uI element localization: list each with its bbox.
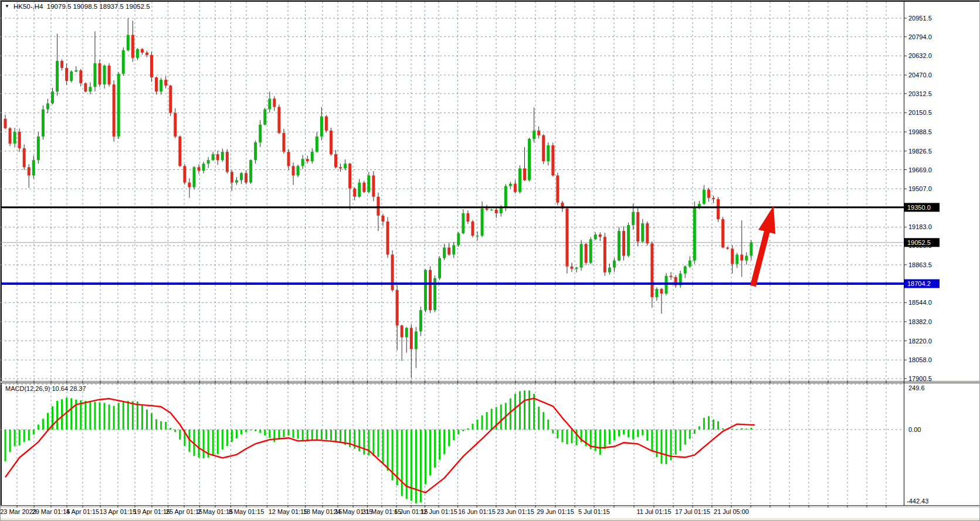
macd-min-label: -442.43: [907, 498, 928, 505]
candle: [230, 172, 233, 182]
candle: [316, 137, 318, 152]
candle: [386, 222, 389, 254]
price-tick-label: 20150.5: [908, 109, 932, 116]
candle: [150, 55, 153, 77]
candle: [325, 117, 328, 131]
candle: [103, 66, 106, 84]
candle: [608, 268, 611, 273]
candle: [212, 154, 215, 160]
candle: [495, 210, 498, 213]
candle: [249, 160, 252, 182]
candle: [415, 331, 418, 349]
candle: [84, 83, 87, 91]
candle: [245, 173, 247, 182]
price-tick-label: 19507.0: [908, 185, 932, 192]
candle: [377, 197, 379, 216]
candle: [740, 254, 743, 260]
candle: [382, 216, 385, 222]
price-tick-label: 20794.0: [908, 33, 932, 40]
price-tick-label: 19988.5: [908, 128, 932, 135]
candle: [334, 154, 337, 167]
candle: [655, 289, 658, 297]
price-tick-label: 18544.0: [908, 299, 932, 306]
candle: [660, 289, 663, 294]
candle: [141, 49, 144, 53]
candle: [330, 131, 333, 154]
candle: [599, 234, 602, 237]
price-tick-label: 18058.0: [908, 356, 932, 363]
candle: [18, 132, 21, 148]
candle: [650, 243, 653, 297]
mt4-chart-window: 20951.520794.020632.020470.020312.520150…: [0, 0, 980, 521]
candle: [254, 142, 257, 160]
candle: [429, 270, 432, 311]
candle: [136, 49, 139, 58]
candle: [9, 128, 12, 144]
candle: [164, 80, 167, 86]
candle: [193, 167, 196, 187]
candle: [589, 239, 592, 263]
candle: [424, 270, 427, 311]
price-tick-label: 19669.0: [908, 166, 932, 173]
candle: [23, 148, 26, 167]
candle: [565, 209, 568, 267]
candle: [297, 166, 300, 175]
candle: [292, 166, 295, 175]
candle: [339, 167, 342, 168]
candle: [221, 152, 224, 160]
candle: [46, 103, 49, 109]
candle: [509, 184, 512, 186]
candle: [721, 219, 724, 247]
date-tick-label: 12 May 01:15: [269, 508, 308, 515]
candle: [547, 145, 550, 161]
candle: [632, 212, 635, 225]
candle: [622, 231, 625, 256]
candle: [585, 244, 588, 263]
candle: [490, 210, 493, 210]
candle: [518, 168, 521, 192]
candle: [155, 77, 158, 91]
date-tick-label: 5 Jul 01:15: [578, 508, 610, 515]
price-tick-label: 19183.0: [908, 223, 932, 230]
candle: [575, 268, 578, 269]
candle: [362, 182, 365, 192]
candle: [556, 175, 559, 202]
candle: [523, 168, 526, 180]
candle: [703, 190, 706, 204]
candle: [646, 223, 649, 243]
candle: [13, 132, 16, 144]
candle: [401, 325, 403, 337]
symbol-dropdown-icon[interactable]: ▼: [5, 4, 9, 9]
candle: [235, 180, 238, 182]
time-axis[interactable]: 23 Mar 202329 Mar 01:154 Apr 01:1513 Apr…: [1, 508, 749, 515]
candle: [287, 152, 290, 166]
candle: [486, 209, 489, 210]
price-tick-label: 18863.5: [908, 261, 932, 268]
resistance-price-badge-label: 19350.0: [907, 204, 931, 211]
candle: [707, 190, 710, 198]
candle: [51, 91, 54, 103]
candle: [476, 236, 479, 236]
date-tick-label: 8 May 01:15: [229, 508, 265, 515]
price-tick-label: 20632.0: [908, 52, 932, 59]
bid-price-badge-label: 19052.5: [907, 239, 931, 246]
candle: [462, 213, 464, 233]
candle: [202, 164, 205, 171]
candle: [618, 231, 620, 260]
chart-canvas[interactable]: 20951.520794.020632.020470.020312.520150…: [1, 1, 980, 521]
candle: [353, 189, 356, 197]
candle: [533, 131, 535, 139]
candle: [4, 119, 7, 128]
candle: [542, 135, 545, 161]
candle: [447, 247, 450, 254]
chart-title: ▼ HK50-,H4 19079.5 19098.5 18937.5 19052…: [5, 3, 150, 10]
candle: [419, 310, 422, 331]
candle: [74, 70, 77, 71]
candle: [42, 110, 45, 137]
candle: [396, 290, 399, 325]
date-tick-label: 12 Jun 01:15: [420, 508, 457, 515]
price-tick-label: 20951.5: [908, 15, 932, 22]
candle: [689, 261, 691, 267]
candle: [273, 98, 276, 107]
price-tick-label: 18220.0: [908, 338, 932, 345]
